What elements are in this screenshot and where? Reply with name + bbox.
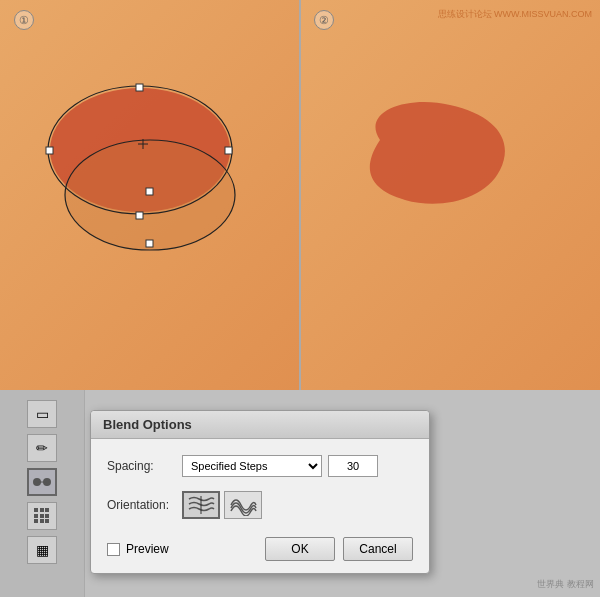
spacing-row: Spacing: Specified Steps Specified Dista… [107,455,413,477]
svg-rect-9 [146,188,153,195]
watermark-top: 思练设计论坛 WWW.MISSVUAN.COM [438,8,593,21]
spacing-controls: Specified Steps Specified Distance Smoot… [182,455,378,477]
svg-rect-3 [46,147,53,154]
orientation-icons [182,491,262,519]
toolbar-btn-pen[interactable]: ✏ [27,434,57,462]
orientation-row: Orientation: [107,491,413,519]
dialog-body: Spacing: Specified Steps Specified Dista… [91,439,429,573]
canvas-right: 思练设计论坛 WWW.MISSVUAN.COM ② [300,0,600,390]
blend-icon [32,472,52,492]
preview-label: Preview [126,542,169,556]
preview-checkbox[interactable] [107,543,120,556]
dialog-title: Blend Options [91,411,429,439]
orientation-label: Orientation: [107,498,182,512]
preview-left: Preview [107,542,169,556]
bottom-area: ▭ ✏ ▦ Blend Options Spacing: [0,390,600,597]
cancel-button[interactable]: Cancel [343,537,413,561]
toolbar-btn-chart[interactable]: ▦ [27,536,57,564]
dialog-buttons: OK Cancel [265,537,413,561]
spacing-label: Spacing: [107,459,182,473]
panel-number-right: ② [314,10,334,30]
orient-page-icon [186,494,216,516]
spacing-select[interactable]: Specified Steps Specified Distance Smoot… [182,455,322,477]
toolbar: ▭ ✏ ▦ [0,390,85,597]
panel-number-left: ① [14,10,34,30]
blend-options-dialog: Blend Options Spacing: Specified Steps S… [90,410,430,574]
spacing-input[interactable] [328,455,378,477]
canvas-divider [299,0,301,390]
orient-path-btn[interactable] [224,491,262,519]
canvas-area: ① 思练设计论坛 WWW.MISSVUAN.COM [0,0,600,390]
preview-buttons-row: Preview OK Cancel [107,533,413,561]
right-canvas-svg [350,90,520,220]
svg-rect-10 [146,240,153,247]
watermark-bottom: 世界典 教程网 [537,578,594,591]
toolbar-btn-rect[interactable]: ▭ [27,400,57,428]
svg-rect-5 [136,84,143,91]
ok-button[interactable]: OK [265,537,335,561]
svg-rect-6 [136,212,143,219]
toolbar-btn-grid[interactable] [27,502,57,530]
grid-icon [34,508,50,524]
orient-page-btn[interactable] [182,491,220,519]
toolbar-btn-blend[interactable] [27,468,57,496]
svg-rect-4 [225,147,232,154]
canvas-left: ① [0,0,300,390]
left-canvas-svg [20,40,280,290]
orient-path-icon [228,494,258,516]
